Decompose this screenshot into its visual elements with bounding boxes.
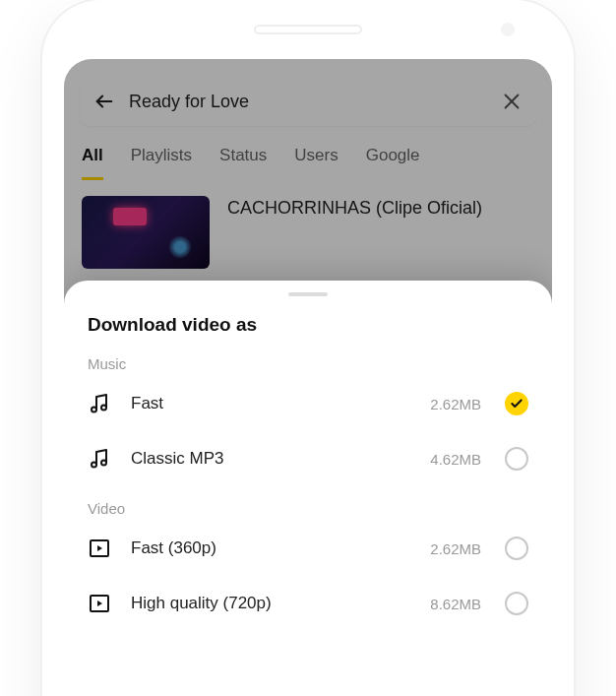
phone-camera	[501, 23, 515, 36]
section-label-video: Video	[64, 486, 552, 521]
search-bar[interactable]: Ready for Love	[80, 77, 536, 126]
sheet-title: Download video as	[64, 314, 552, 342]
back-arrow-icon[interactable]	[93, 91, 115, 112]
tab-playlists[interactable]: Playlists	[131, 146, 192, 180]
option-label: Classic MP3	[131, 449, 410, 469]
option-music-fast[interactable]: Fast 2.62MB	[64, 376, 552, 431]
radio-unselected[interactable]	[505, 447, 528, 471]
music-note-icon	[88, 392, 111, 415]
svg-point-6	[101, 461, 106, 466]
option-label: Fast	[131, 394, 410, 413]
result-title: CACHORRINHAS (Clipe Oficial)	[227, 196, 482, 221]
phone-screen: Ready for Love All Playlists Status User…	[64, 59, 552, 696]
tab-users[interactable]: Users	[294, 146, 338, 180]
svg-marker-8	[97, 545, 102, 551]
option-size: 8.62MB	[430, 596, 481, 612]
option-size: 2.62MB	[430, 396, 481, 412]
svg-point-5	[92, 463, 96, 468]
video-play-icon	[88, 592, 111, 615]
tab-all[interactable]: All	[82, 146, 103, 180]
option-music-classic-mp3[interactable]: Classic MP3 4.62MB	[64, 431, 552, 486]
option-label: Fast (360p)	[131, 538, 410, 558]
option-size: 2.62MB	[430, 540, 481, 557]
section-label-music: Music	[64, 342, 552, 376]
download-sheet: Download video as Music Fast 2.62MB	[64, 281, 552, 696]
phone-frame: Ready for Love All Playlists Status User…	[42, 0, 574, 696]
tabs: All Playlists Status Users Google	[64, 126, 552, 180]
phone-speaker	[254, 25, 362, 34]
radio-selected[interactable]	[505, 392, 528, 415]
option-size: 4.62MB	[430, 451, 481, 468]
svg-point-3	[92, 408, 96, 412]
phone-top-bezel	[42, 0, 574, 59]
sheet-drag-handle[interactable]	[288, 292, 328, 296]
svg-point-4	[101, 406, 106, 411]
radio-unselected[interactable]	[505, 592, 528, 615]
svg-marker-10	[97, 601, 102, 606]
radio-unselected[interactable]	[505, 537, 528, 560]
option-label: High quality (720p)	[131, 594, 410, 613]
result-item[interactable]: CACHORRINHAS (Clipe Oficial)	[64, 180, 552, 285]
search-input[interactable]: Ready for Love	[129, 92, 487, 112]
close-icon[interactable]	[501, 91, 523, 112]
result-thumbnail	[82, 196, 210, 269]
option-video-high-quality-720p[interactable]: High quality (720p) 8.62MB	[64, 576, 552, 631]
music-note-icon	[88, 447, 111, 471]
tab-status[interactable]: Status	[219, 146, 267, 180]
option-video-fast-360p[interactable]: Fast (360p) 2.62MB	[64, 521, 552, 576]
video-play-icon	[88, 537, 111, 560]
tab-google[interactable]: Google	[366, 146, 420, 180]
